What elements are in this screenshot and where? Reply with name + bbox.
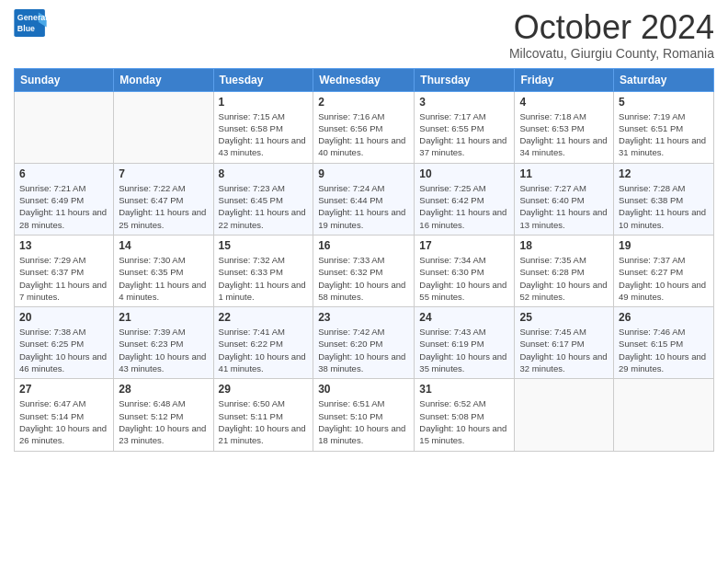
title-block: October 2024 Milcovatu, Giurgiu County, … [509,9,714,61]
day-number: 7 [119,167,208,180]
day-number: 18 [519,239,609,252]
day-header-friday: Friday [515,68,614,91]
calendar-cell: 2Sunrise: 7:16 AMSunset: 6:56 PMDaylight… [313,91,415,163]
calendar-table: SundayMondayTuesdayWednesdayThursdayFrid… [14,68,714,452]
logo: General Blue [14,9,47,37]
day-number: 10 [419,167,509,180]
day-header-saturday: Saturday [614,68,714,91]
cell-info: Sunrise: 6:48 AMSunset: 5:12 PMDaylight:… [119,397,208,446]
day-number: 3 [419,96,509,109]
cell-info: Sunrise: 7:17 AMSunset: 6:55 PMDaylight:… [419,110,509,159]
calendar-cell: 20Sunrise: 7:38 AMSunset: 6:25 PMDayligh… [15,307,114,379]
calendar-cell: 28Sunrise: 6:48 AMSunset: 5:12 PMDayligh… [114,379,213,451]
day-number: 17 [419,239,509,252]
day-number: 14 [119,239,208,252]
calendar-cell: 24Sunrise: 7:43 AMSunset: 6:19 PMDayligh… [415,307,515,379]
day-number: 4 [519,96,609,109]
calendar-week-row: 1Sunrise: 7:15 AMSunset: 6:58 PMDaylight… [15,91,714,163]
calendar-cell [614,379,714,451]
day-number: 19 [619,239,709,252]
cell-info: Sunrise: 7:34 AMSunset: 6:30 PMDaylight:… [419,254,509,303]
cell-info: Sunrise: 7:18 AMSunset: 6:53 PMDaylight:… [519,110,609,159]
day-header-thursday: Thursday [415,68,515,91]
day-header-monday: Monday [114,68,213,91]
calendar-cell: 15Sunrise: 7:32 AMSunset: 6:33 PMDayligh… [213,235,313,306]
cell-info: Sunrise: 7:24 AMSunset: 6:44 PMDaylight:… [318,182,409,231]
day-number: 9 [318,167,409,180]
calendar-cell: 22Sunrise: 7:41 AMSunset: 6:22 PMDayligh… [213,307,313,379]
day-number: 15 [219,239,309,252]
calendar-cell: 9Sunrise: 7:24 AMSunset: 6:44 PMDaylight… [313,163,415,235]
day-number: 30 [318,383,409,396]
day-number: 28 [119,383,208,396]
calendar-cell: 29Sunrise: 6:50 AMSunset: 5:11 PMDayligh… [213,379,313,451]
day-number: 27 [19,383,108,396]
subtitle: Milcovatu, Giurgiu County, Romania [509,46,714,61]
calendar-cell: 18Sunrise: 7:35 AMSunset: 6:28 PMDayligh… [515,235,614,306]
day-number: 8 [219,167,309,180]
cell-info: Sunrise: 7:33 AMSunset: 6:32 PMDaylight:… [318,254,409,303]
svg-text:Blue: Blue [17,24,35,33]
cell-info: Sunrise: 7:16 AMSunset: 6:56 PMDaylight:… [318,110,409,159]
calendar-cell [15,91,114,163]
cell-info: Sunrise: 7:19 AMSunset: 6:51 PMDaylight:… [619,110,709,159]
calendar-cell [114,91,213,163]
cell-info: Sunrise: 7:43 AMSunset: 6:19 PMDaylight:… [419,326,509,374]
day-number: 2 [318,96,409,109]
calendar-cell: 5Sunrise: 7:19 AMSunset: 6:51 PMDaylight… [614,91,714,163]
cell-info: Sunrise: 7:41 AMSunset: 6:22 PMDaylight:… [219,326,309,374]
cell-info: Sunrise: 7:37 AMSunset: 6:27 PMDaylight:… [619,254,709,303]
cell-info: Sunrise: 7:30 AMSunset: 6:35 PMDaylight:… [119,254,208,303]
calendar-cell: 4Sunrise: 7:18 AMSunset: 6:53 PMDaylight… [515,91,614,163]
calendar-header-row: SundayMondayTuesdayWednesdayThursdayFrid… [15,68,714,91]
month-title: October 2024 [509,9,714,46]
cell-info: Sunrise: 7:15 AMSunset: 6:58 PMDaylight:… [219,110,309,159]
day-number: 29 [219,383,309,396]
day-header-tuesday: Tuesday [213,68,313,91]
calendar-cell: 10Sunrise: 7:25 AMSunset: 6:42 PMDayligh… [415,163,515,235]
cell-info: Sunrise: 6:50 AMSunset: 5:11 PMDaylight:… [219,397,309,446]
calendar-cell: 7Sunrise: 7:22 AMSunset: 6:47 PMDaylight… [114,163,213,235]
calendar-page: General Blue October 2024 Milcovatu, Giu… [0,0,728,563]
cell-info: Sunrise: 7:46 AMSunset: 6:15 PMDaylight:… [619,326,709,374]
calendar-cell: 12Sunrise: 7:28 AMSunset: 6:38 PMDayligh… [614,163,714,235]
calendar-cell: 26Sunrise: 7:46 AMSunset: 6:15 PMDayligh… [614,307,714,379]
cell-info: Sunrise: 6:51 AMSunset: 5:10 PMDaylight:… [318,397,409,446]
cell-info: Sunrise: 7:39 AMSunset: 6:23 PMDaylight:… [119,326,208,374]
calendar-cell: 25Sunrise: 7:45 AMSunset: 6:17 PMDayligh… [515,307,614,379]
cell-info: Sunrise: 6:47 AMSunset: 5:14 PMDaylight:… [19,397,108,446]
calendar-week-row: 13Sunrise: 7:29 AMSunset: 6:37 PMDayligh… [15,235,714,306]
cell-info: Sunrise: 7:22 AMSunset: 6:47 PMDaylight:… [119,182,208,231]
day-header-wednesday: Wednesday [313,68,415,91]
day-number: 6 [19,167,108,180]
calendar-cell: 16Sunrise: 7:33 AMSunset: 6:32 PMDayligh… [313,235,415,306]
calendar-week-row: 20Sunrise: 7:38 AMSunset: 6:25 PMDayligh… [15,307,714,379]
day-number: 13 [19,239,108,252]
calendar-cell: 13Sunrise: 7:29 AMSunset: 6:37 PMDayligh… [15,235,114,306]
calendar-cell: 23Sunrise: 7:42 AMSunset: 6:20 PMDayligh… [313,307,415,379]
cell-info: Sunrise: 7:23 AMSunset: 6:45 PMDaylight:… [219,182,309,231]
day-number: 22 [219,311,309,324]
calendar-cell: 27Sunrise: 6:47 AMSunset: 5:14 PMDayligh… [15,379,114,451]
day-number: 20 [19,311,108,324]
cell-info: Sunrise: 7:21 AMSunset: 6:49 PMDaylight:… [19,182,108,231]
day-number: 26 [619,311,709,324]
cell-info: Sunrise: 7:42 AMSunset: 6:20 PMDaylight:… [318,326,409,374]
day-number: 12 [619,167,709,180]
day-number: 25 [519,311,609,324]
day-number: 5 [619,96,709,109]
cell-info: Sunrise: 6:52 AMSunset: 5:08 PMDaylight:… [419,397,509,446]
day-number: 16 [318,239,409,252]
calendar-cell: 11Sunrise: 7:27 AMSunset: 6:40 PMDayligh… [515,163,614,235]
header: General Blue October 2024 Milcovatu, Giu… [14,9,714,61]
day-number: 1 [219,96,309,109]
calendar-cell: 3Sunrise: 7:17 AMSunset: 6:55 PMDaylight… [415,91,515,163]
calendar-cell: 17Sunrise: 7:34 AMSunset: 6:30 PMDayligh… [415,235,515,306]
cell-info: Sunrise: 7:45 AMSunset: 6:17 PMDaylight:… [519,326,609,374]
day-number: 11 [519,167,609,180]
calendar-cell: 30Sunrise: 6:51 AMSunset: 5:10 PMDayligh… [313,379,415,451]
calendar-cell: 1Sunrise: 7:15 AMSunset: 6:58 PMDaylight… [213,91,313,163]
day-header-sunday: Sunday [15,68,114,91]
calendar-cell: 6Sunrise: 7:21 AMSunset: 6:49 PMDaylight… [15,163,114,235]
calendar-week-row: 27Sunrise: 6:47 AMSunset: 5:14 PMDayligh… [15,379,714,451]
